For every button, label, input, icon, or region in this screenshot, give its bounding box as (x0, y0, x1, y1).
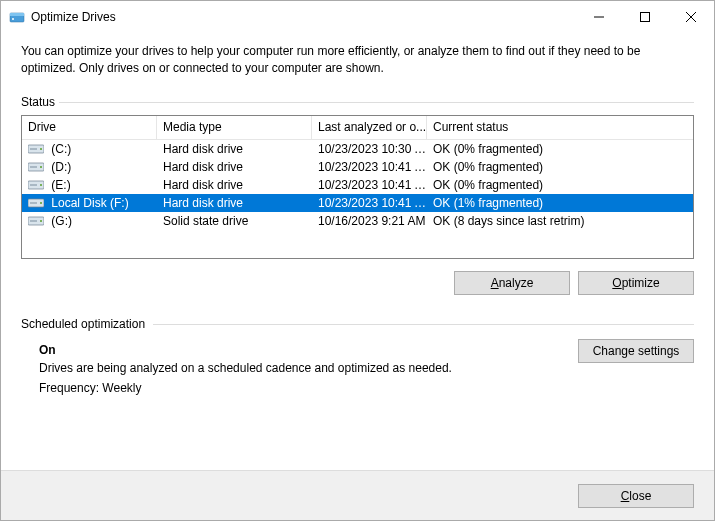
cell-media: Hard disk drive (157, 196, 312, 210)
table-row[interactable]: (D:)Hard disk drive10/23/2023 10:41 A...… (22, 158, 693, 176)
dialog-footer: Close (1, 470, 714, 520)
header-drive[interactable]: Drive (22, 116, 157, 139)
svg-rect-18 (30, 202, 37, 204)
drive-icon (28, 179, 44, 191)
svg-rect-15 (30, 184, 37, 186)
svg-rect-4 (641, 13, 650, 22)
drive-name: (G:) (48, 214, 72, 228)
drive-icon (28, 161, 44, 173)
status-label-text: Status (21, 95, 55, 109)
analyze-button[interactable]: Analyze (454, 271, 570, 295)
header-last[interactable]: Last analyzed or o... (312, 116, 427, 139)
cell-status: OK (1% fragmented) (427, 196, 693, 210)
cell-media: Hard disk drive (157, 178, 312, 192)
svg-point-2 (12, 18, 14, 20)
titlebar-controls (576, 1, 714, 33)
maximize-button[interactable] (622, 1, 668, 33)
svg-point-17 (40, 202, 42, 204)
cell-last: 10/16/2023 9:21 AM (312, 214, 427, 228)
close-dialog-button[interactable]: Close (578, 484, 694, 508)
cell-status: OK (0% fragmented) (427, 142, 693, 156)
table-row[interactable]: (G:)Solid state drive10/16/2023 9:21 AMO… (22, 212, 693, 230)
svg-point-8 (40, 148, 42, 150)
drive-name: (D:) (48, 160, 71, 174)
sched-freq: Frequency: Weekly (39, 381, 694, 395)
cell-media: Hard disk drive (157, 160, 312, 174)
svg-point-20 (40, 220, 42, 222)
cell-drive: (C:) (22, 142, 157, 156)
titlebar[interactable]: Optimize Drives (1, 1, 714, 33)
cell-status: OK (0% fragmented) (427, 160, 693, 174)
minimize-button[interactable] (576, 1, 622, 33)
cell-last: 10/23/2023 10:41 A... (312, 160, 427, 174)
drive-icon (28, 215, 44, 227)
drive-table[interactable]: Drive Media type Last analyzed or o... C… (21, 115, 694, 259)
change-settings-button[interactable]: Change settings (578, 339, 694, 363)
close-button[interactable] (668, 1, 714, 33)
cell-media: Solid state drive (157, 214, 312, 228)
drive-icon (28, 143, 44, 155)
header-media[interactable]: Media type (157, 116, 312, 139)
drive-name: (C:) (48, 142, 71, 156)
sched-label-text: Scheduled optimization (21, 317, 145, 331)
sched-desc: Drives are being analyzed on a scheduled… (39, 361, 694, 375)
header-status[interactable]: Current status (427, 116, 693, 139)
svg-rect-9 (30, 148, 37, 150)
svg-rect-21 (30, 220, 37, 222)
table-row[interactable]: (C:)Hard disk drive10/23/2023 10:30 A...… (22, 140, 693, 158)
cell-last: 10/23/2023 10:41 A... (312, 178, 427, 192)
cell-drive: Local Disk (F:) (22, 196, 157, 210)
drive-icon (28, 197, 44, 209)
table-row[interactable]: Local Disk (F:)Hard disk drive10/23/2023… (22, 194, 693, 212)
cell-status: OK (8 days since last retrim) (427, 214, 693, 228)
table-row[interactable]: (E:)Hard disk drive10/23/2023 10:41 A...… (22, 176, 693, 194)
status-section-label: Status (21, 95, 694, 109)
optimize-button[interactable]: Optimize (578, 271, 694, 295)
cell-last: 10/23/2023 10:41 A... (312, 196, 427, 210)
sched-body: On Drives are being analyzed on a schedu… (21, 337, 694, 395)
svg-point-14 (40, 184, 42, 186)
drive-name: (E:) (48, 178, 71, 192)
cell-media: Hard disk drive (157, 142, 312, 156)
cell-last: 10/23/2023 10:30 A... (312, 142, 427, 156)
action-buttons: Analyze Optimize (21, 271, 694, 295)
description-text: You can optimize your drives to help you… (21, 43, 694, 77)
table-header[interactable]: Drive Media type Last analyzed or o... C… (22, 116, 693, 140)
cell-drive: (D:) (22, 160, 157, 174)
svg-point-11 (40, 166, 42, 168)
svg-rect-12 (30, 166, 37, 168)
cell-status: OK (0% fragmented) (427, 178, 693, 192)
app-icon (9, 9, 25, 25)
cell-drive: (E:) (22, 178, 157, 192)
table-body: (C:)Hard disk drive10/23/2023 10:30 A...… (22, 140, 693, 230)
window-title: Optimize Drives (31, 10, 116, 24)
drive-name: Local Disk (F:) (48, 196, 129, 210)
cell-drive: (G:) (22, 214, 157, 228)
svg-rect-1 (10, 13, 24, 16)
sched-section-label: Scheduled optimization (21, 317, 694, 331)
